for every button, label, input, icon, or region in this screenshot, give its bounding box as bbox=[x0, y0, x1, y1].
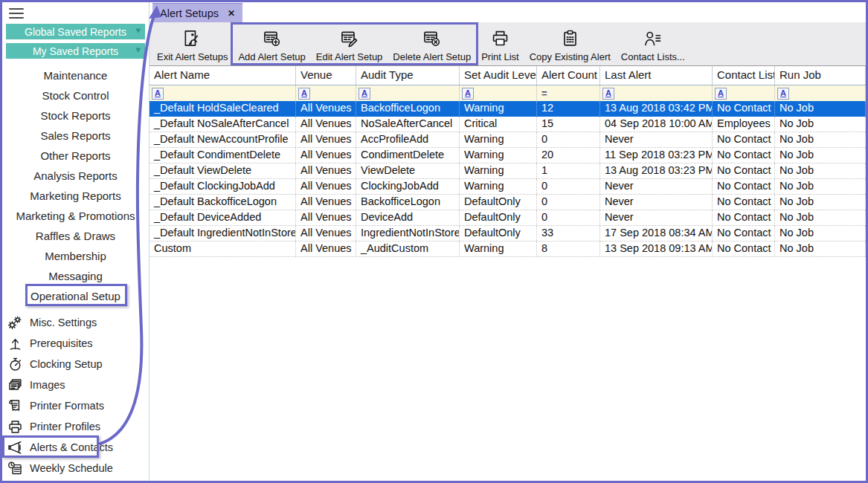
filter-cell-alert-count[interactable]: = bbox=[537, 85, 600, 101]
cell-venue[interactable]: All Venues bbox=[296, 242, 356, 256]
cell-set-audit-level[interactable]: Warning bbox=[460, 101, 537, 116]
cell-alert-count[interactable]: 1 bbox=[537, 163, 600, 178]
cell-last-alert[interactable]: Never bbox=[600, 179, 713, 194]
text-filter-icon[interactable]: A bbox=[602, 88, 614, 100]
cell-run-job[interactable]: No Job bbox=[775, 210, 866, 225]
sidebar-item-other-reports[interactable]: Other Reports bbox=[2, 146, 149, 166]
cell-set-audit-level[interactable]: Critical bbox=[460, 117, 537, 132]
cell-venue[interactable]: All Venues bbox=[296, 132, 356, 147]
sidebar-item-images[interactable]: Images bbox=[2, 375, 149, 395]
tab-alert-setups[interactable]: Alert Setups ✕ bbox=[152, 3, 242, 22]
column-header-set-audit-level[interactable]: Set Audit Level bbox=[460, 66, 537, 85]
cell-last-alert[interactable]: Never bbox=[600, 195, 713, 210]
cell-alert-count[interactable]: 20 bbox=[537, 148, 600, 163]
table-row[interactable]: _Default NewAccountProfileAll VenuesAccP… bbox=[150, 132, 866, 148]
cell-venue[interactable]: All Venues bbox=[296, 117, 356, 132]
cell-audit-type[interactable]: NoSaleAfterCancel bbox=[356, 117, 460, 132]
cell-audit-type[interactable]: BackofficeLogon bbox=[356, 101, 460, 116]
cell-venue[interactable]: All Venues bbox=[296, 101, 356, 116]
sidebar-item-analysis-reports[interactable]: Analysis Reports bbox=[2, 166, 149, 186]
filter-cell-set-audit-level[interactable]: A bbox=[460, 85, 537, 101]
cell-last-alert[interactable]: 11 Sep 2018 03:23 PM bbox=[600, 148, 713, 163]
cell-last-alert[interactable]: 13 Aug 2018 03:23 PM bbox=[600, 163, 713, 178]
cell-contact-list[interactable]: No Contact bbox=[713, 210, 775, 225]
cell-last-alert[interactable]: 13 Sep 2018 09:13 AM bbox=[600, 242, 713, 256]
cell-contact-list[interactable]: No Contact bbox=[713, 148, 775, 163]
cell-last-alert[interactable]: Never bbox=[600, 210, 713, 225]
text-filter-icon[interactable]: A bbox=[152, 88, 164, 100]
table-row[interactable]: _Default ViewDeleteAll VenuesViewDeleteW… bbox=[150, 163, 866, 179]
cell-run-job[interactable]: No Job bbox=[775, 148, 866, 163]
cell-set-audit-level[interactable]: DefaultOnly bbox=[460, 210, 537, 225]
filter-cell-alert-name[interactable]: A bbox=[150, 85, 296, 101]
cell-contact-list[interactable]: No Contact bbox=[713, 179, 775, 194]
table-row[interactable]: _Default BackofficeLogonAll VenuesBackof… bbox=[150, 195, 866, 210]
cell-contact-list[interactable]: No Contact bbox=[713, 101, 775, 116]
filter-cell-venue[interactable]: A bbox=[296, 85, 356, 101]
sidebar-item-misc-settings[interactable]: Misc. Settings bbox=[2, 312, 149, 333]
cell-alert-name[interactable]: Custom bbox=[150, 242, 296, 256]
column-header-contact-list[interactable]: Contact List bbox=[713, 66, 775, 85]
cell-set-audit-level[interactable]: DefaultOnly bbox=[460, 195, 537, 210]
cell-audit-type[interactable]: _AuditCustom bbox=[356, 242, 460, 256]
cell-audit-type[interactable]: DeviceAdd bbox=[356, 210, 460, 225]
cell-alert-name[interactable]: _Default ViewDelete bbox=[150, 163, 296, 178]
sidebar-item-stock-control[interactable]: Stock Control bbox=[2, 85, 149, 106]
sidebar-item-raffles-draws[interactable]: Raffles & Draws bbox=[2, 226, 149, 246]
cell-alert-name[interactable]: _Default NoSaleAfterCancel bbox=[150, 117, 296, 132]
cell-venue[interactable]: All Venues bbox=[296, 179, 356, 194]
cell-alert-count[interactable]: 33 bbox=[537, 226, 600, 241]
column-header-run-job[interactable]: Run Job bbox=[775, 66, 866, 85]
table-row[interactable]: _Default HoldSaleClearedAll VenuesBackof… bbox=[150, 101, 866, 117]
sidebar-item-sales-reports[interactable]: Sales Reports bbox=[2, 126, 149, 146]
text-filter-icon[interactable]: A bbox=[298, 88, 310, 100]
table-row[interactable]: CustomAll Venues_AuditCustomWarning813 S… bbox=[150, 242, 866, 257]
sidebar-item-printer-formats[interactable]: Printer Formats bbox=[2, 395, 149, 416]
add-alert-setup-button[interactable]: Add Alert Setup bbox=[233, 22, 310, 65]
cell-alert-name[interactable]: _Default NewAccountProfile bbox=[150, 132, 296, 147]
cell-run-job[interactable]: No Job bbox=[775, 132, 866, 147]
sidebar-item-maintenance[interactable]: Maintenance bbox=[2, 65, 149, 85]
hamburger-menu-icon[interactable] bbox=[9, 8, 24, 19]
cell-set-audit-level[interactable]: Warning bbox=[460, 148, 537, 163]
cell-run-job[interactable]: No Job bbox=[775, 179, 866, 194]
cell-alert-name[interactable]: _Default ClockingJobAdd bbox=[150, 179, 296, 194]
contact-lists-button[interactable]: Contact Lists... bbox=[616, 22, 690, 65]
cell-venue[interactable]: All Venues bbox=[296, 195, 356, 210]
text-filter-icon[interactable]: A bbox=[777, 88, 789, 100]
sidebar-item-operational-setup[interactable]: Operational Setup bbox=[2, 286, 149, 306]
exit-alert-setups-button[interactable]: Exit Alert Setups bbox=[152, 22, 233, 65]
sidebar-item-messaging[interactable]: Messaging bbox=[2, 266, 149, 286]
filter-cell-last-alert[interactable]: A bbox=[600, 85, 713, 101]
table-row[interactable]: _Default IngredientNotInStoreAll VenuesI… bbox=[150, 226, 866, 242]
copy-existing-alert-button[interactable]: Copy Existing Alert bbox=[524, 22, 616, 65]
cell-venue[interactable]: All Venues bbox=[296, 163, 356, 178]
cell-run-job[interactable]: No Job bbox=[775, 117, 866, 132]
cell-alert-name[interactable]: _Default IngredientNotInStore bbox=[150, 226, 296, 241]
cell-last-alert[interactable]: Never bbox=[600, 132, 713, 147]
table-row[interactable]: _Default ClockingJobAddAll VenuesClockin… bbox=[150, 179, 866, 195]
sidebar-item-marketing-reports[interactable]: Marketing Reports bbox=[2, 186, 149, 206]
cell-last-alert[interactable]: 17 Sep 2018 08:34 AM bbox=[600, 226, 713, 241]
cell-last-alert[interactable]: 13 Aug 2018 03:42 PM bbox=[600, 101, 713, 116]
cell-alert-count[interactable]: 15 bbox=[537, 117, 600, 132]
equals-filter-icon[interactable]: = bbox=[539, 88, 547, 99]
cell-run-job[interactable]: No Job bbox=[775, 226, 866, 241]
cell-audit-type[interactable]: BackofficeLogon bbox=[356, 195, 460, 210]
sidebar-item-clocking-setup[interactable]: Clocking Setup bbox=[2, 354, 149, 375]
cell-alert-count[interactable]: 12 bbox=[537, 101, 600, 116]
filter-cell-run-job[interactable]: A bbox=[775, 85, 866, 101]
cell-run-job[interactable]: No Job bbox=[775, 163, 866, 178]
cell-set-audit-level[interactable]: DefaultOnly bbox=[460, 226, 537, 241]
cell-audit-type[interactable]: IngredientNotInStore bbox=[356, 226, 460, 241]
cell-alert-count[interactable]: 0 bbox=[537, 210, 600, 225]
cell-venue[interactable]: All Venues bbox=[296, 148, 356, 163]
cell-audit-type[interactable]: ClockingJobAdd bbox=[356, 179, 460, 194]
cell-contact-list[interactable]: Employees bbox=[713, 117, 775, 132]
sidebar-item-printer-profiles[interactable]: Printer Profiles bbox=[2, 416, 149, 437]
cell-alert-count[interactable]: 0 bbox=[537, 195, 600, 210]
sidebar-item-marketing-promotions[interactable]: Marketing & Promotions bbox=[2, 206, 149, 226]
cell-alert-count[interactable]: 0 bbox=[537, 132, 600, 147]
sidebar-item-stock-reports[interactable]: Stock Reports bbox=[2, 106, 149, 126]
tab-close-icon[interactable]: ✕ bbox=[228, 8, 235, 19]
